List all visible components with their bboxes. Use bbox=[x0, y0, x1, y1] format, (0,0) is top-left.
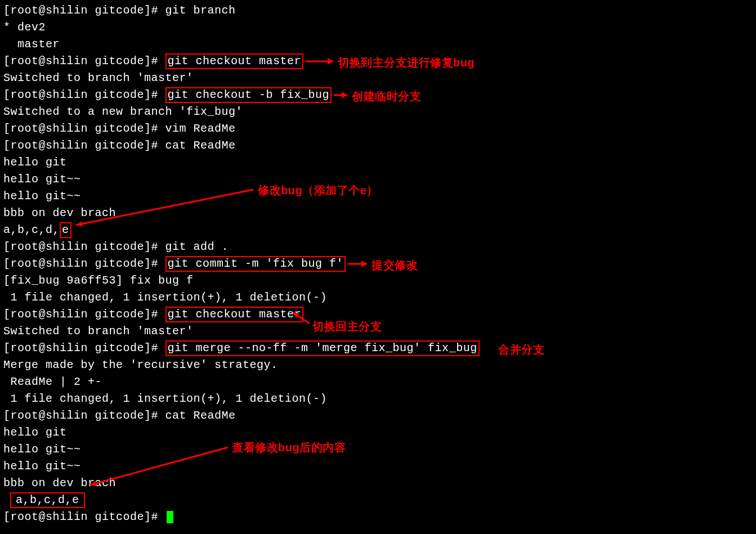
terminal-line: 1 file changed, 1 insertion(+), 1 deleti… bbox=[3, 289, 753, 306]
terminal-line: bbb on dev brach bbox=[3, 475, 753, 492]
terminal-line: [root@shilin gitcode]# vim ReadMe bbox=[3, 120, 753, 137]
prompt: [root@shilin gitcode]# bbox=[3, 510, 165, 523]
output-text: Switched to branch 'master' bbox=[3, 325, 194, 338]
annotation-label: 查看修改bug后的内容 bbox=[232, 439, 346, 456]
prompt: [root@shilin gitcode]# bbox=[3, 342, 165, 354]
command-text: cat ReadMe bbox=[165, 139, 236, 152]
highlighted-command: git checkout master bbox=[165, 53, 304, 69]
output-text: hello git~~ bbox=[3, 190, 81, 203]
output-text: bbb on dev brach bbox=[3, 207, 116, 219]
annotation-label: 提交修改 bbox=[372, 257, 418, 273]
terminal-line: [root@shilin gitcode]# git add . bbox=[3, 239, 753, 255]
output-text: Switched to branch 'master' bbox=[3, 71, 194, 84]
terminal-line: bbb on dev brach bbox=[3, 205, 753, 222]
annotation-label: 修改bug（添加了个e） bbox=[258, 182, 378, 199]
terminal-line: [root@shilin gitcode]# cat ReadMe bbox=[3, 137, 753, 154]
terminal-line: Switched to a new branch 'fix_bug' bbox=[3, 104, 753, 120]
prompt: [root@shilin gitcode]# bbox=[3, 139, 165, 152]
terminal-line: Switched to branch 'master' bbox=[3, 70, 753, 87]
terminal-line: master bbox=[3, 36, 753, 53]
output-text: bbb on dev brach bbox=[3, 477, 116, 490]
annotation-label: 创建临时分支 bbox=[352, 88, 421, 105]
output-text: hello git bbox=[3, 426, 67, 439]
output-text: hello git bbox=[3, 156, 67, 169]
terminal-line: 1 file changed, 1 insertion(+), 1 deleti… bbox=[3, 391, 753, 407]
output-text: hello git~~ bbox=[3, 460, 81, 473]
terminal-line: a,b,c,d,e bbox=[3, 222, 753, 239]
output-text: * dev2 bbox=[3, 21, 46, 34]
highlighted-command: git commit -m 'fix bug f' bbox=[165, 256, 346, 272]
command-text: git branch bbox=[165, 4, 236, 17]
output-text: ReadMe | 2 +- bbox=[3, 375, 102, 388]
highlighted-command: git checkout -b fix_bug bbox=[165, 87, 332, 103]
output-text: Merge made by the 'recursive' strategy. bbox=[3, 358, 278, 371]
terminal-line: hello git bbox=[3, 154, 753, 171]
prompt: [root@shilin gitcode]# bbox=[3, 55, 165, 68]
output-text: a,b,c,d, bbox=[3, 223, 60, 236]
terminal-line: hello git bbox=[3, 424, 753, 441]
terminal-line: hello git~~ bbox=[3, 458, 753, 475]
annotation-label: 切换回主分支 bbox=[312, 318, 382, 335]
highlighted-command: git merge --no-ff -m 'merge fix_bug' fix… bbox=[165, 340, 480, 356]
terminal-line: [root@shilin gitcode]# git branch bbox=[3, 2, 753, 19]
prompt: [root@shilin gitcode]# bbox=[3, 409, 165, 422]
prompt: [root@shilin gitcode]# bbox=[3, 240, 165, 253]
command-text: git add . bbox=[165, 240, 229, 253]
terminal-cursor[interactable] bbox=[167, 511, 173, 523]
terminal-line: ReadMe | 2 +- bbox=[3, 374, 753, 391]
annotation-label: 切换到主分支进行修复bug bbox=[338, 54, 475, 71]
terminal-line: * dev2 bbox=[3, 19, 753, 36]
output-text: hello git~~ bbox=[3, 173, 81, 186]
terminal-line: a,b,c,d,e bbox=[3, 492, 753, 509]
command-text: vim ReadMe bbox=[165, 122, 236, 135]
terminal-line: [root@shilin gitcode]# git merge --no-ff… bbox=[3, 340, 753, 357]
annotation-label: 合并分支 bbox=[498, 341, 544, 358]
highlighted-char: e bbox=[60, 222, 71, 238]
prompt: [root@shilin gitcode]# bbox=[3, 257, 165, 270]
prompt: [root@shilin gitcode]# bbox=[3, 122, 165, 135]
highlighted-command: git checkout master bbox=[165, 307, 304, 322]
output-text: [fix_bug 9a6ff53] fix bug f bbox=[3, 274, 194, 287]
prompt: [root@shilin gitcode]# bbox=[3, 308, 165, 321]
output-text: hello git~~ bbox=[3, 443, 81, 456]
prompt: [root@shilin gitcode]# bbox=[3, 88, 165, 101]
highlighted-output: a,b,c,d,e bbox=[10, 492, 85, 508]
prompt: [root@shilin gitcode]# bbox=[3, 4, 165, 17]
terminal-line: Merge made by the 'recursive' strategy. bbox=[3, 357, 753, 374]
terminal-line: [fix_bug 9a6ff53] fix bug f bbox=[3, 272, 753, 289]
output-text: 1 file changed, 1 insertion(+), 1 deleti… bbox=[3, 291, 327, 304]
output-text: Switched to a new branch 'fix_bug' bbox=[3, 105, 243, 118]
terminal-line: hello git~~ bbox=[3, 441, 753, 458]
output-text: 1 file changed, 1 insertion(+), 1 deleti… bbox=[3, 392, 327, 405]
terminal-line: [root@shilin gitcode]# cat ReadMe bbox=[3, 407, 753, 424]
command-text: cat ReadMe bbox=[165, 409, 236, 422]
output-text: master bbox=[3, 38, 60, 51]
terminal-line: [root@shilin gitcode]# bbox=[3, 509, 753, 526]
